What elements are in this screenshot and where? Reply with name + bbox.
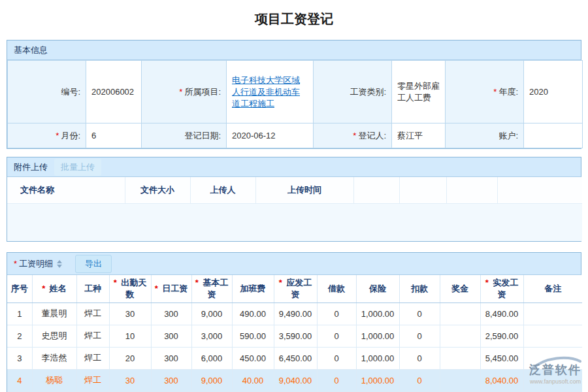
wage-cell: 1,000.00 <box>356 347 399 369</box>
wage-cell: 30 <box>109 369 151 391</box>
wage-cell <box>440 302 480 325</box>
attachments-header: 附件上传 批量上传 <box>7 157 581 177</box>
wage-cell: 40.00 <box>232 369 274 391</box>
wage-table: 序号* 姓名工种* 出勤天数* 日工资* 基本工资加班费* 应发工资借款保险扣款… <box>7 275 582 392</box>
field-account-label: 账户: <box>446 123 524 148</box>
attach-col-4: 上传时间 <box>255 177 353 203</box>
wage-cell: 0 <box>317 369 356 391</box>
required-mark: * <box>179 87 182 97</box>
attach-col-empty-8 <box>497 177 582 203</box>
wage-cell: 0 <box>399 347 440 369</box>
wage-detail-section: * 工资明细 导出 序号* 姓名工种* 出勤天数* 日工资* 基本工资加班费* … <box>7 252 581 392</box>
basic-info-header: 基本信息 <box>7 41 581 60</box>
attach-col-2: 文件大小 <box>125 177 190 203</box>
field-reg-date-label: 登记日期: <box>142 123 227 148</box>
field-project-value: 电子科技大学区域人行道及非机动车道工程施工 <box>227 61 314 123</box>
field-registrar-value: 蔡江平 <box>392 123 446 148</box>
wage-cell: 0 <box>399 325 440 347</box>
wage-col-2: * 姓名 <box>32 275 76 302</box>
attach-empty-area <box>7 203 582 241</box>
attachments-title: 附件上传 <box>14 161 48 173</box>
wage-col-6: * 基本工资 <box>191 275 232 302</box>
wage-cell: 焊工 <box>76 325 109 347</box>
wage-col-4: * 出勤天数 <box>109 275 151 302</box>
wage-cell: 史思明 <box>32 325 76 347</box>
wage-header-row: 序号* 姓名工种* 出勤天数* 日工资* 基本工资加班费* 应发工资借款保险扣款… <box>7 275 582 302</box>
wage-cell: 李浩然 <box>32 347 76 369</box>
wage-col-3: 工种 <box>76 275 109 302</box>
project-link[interactable]: 电子科技大学区域人行道及非机动车道工程施工 <box>232 75 300 108</box>
wage-cell: 董晨明 <box>32 302 76 325</box>
required-mark: * <box>14 259 17 269</box>
wage-cell: 6,000 <box>191 347 232 369</box>
wage-cell: 0 <box>317 302 356 325</box>
attach-col-3: 上传人 <box>190 177 255 203</box>
wage-row-1[interactable]: 1董晨明焊工303009,000490.009,490.0001,000.000… <box>7 302 582 325</box>
batch-upload-button[interactable]: 批量上传 <box>54 159 101 176</box>
wage-cell: 3,590.00 <box>274 325 317 347</box>
wage-col-5: * 日工资 <box>151 275 191 302</box>
required-mark: * <box>195 278 201 287</box>
wage-cell: 1,000.00 <box>356 325 399 347</box>
attach-col-empty-6 <box>399 177 446 203</box>
wage-detail-header: * 工资明细 导出 <box>7 253 581 275</box>
wage-cell: 1,000.00 <box>356 369 399 391</box>
attach-empty-row <box>7 203 582 241</box>
attach-col-empty-7 <box>446 177 497 203</box>
field-number-label: 编号: <box>8 61 86 123</box>
sort-icon[interactable] <box>57 260 62 268</box>
required-mark: * <box>42 284 48 293</box>
attachments-section: 附件上传 批量上传 文件名称文件大小上传人上传时间 <box>7 157 581 242</box>
wage-cell: 1 <box>7 302 32 325</box>
wage-cell: 30 <box>109 302 151 325</box>
wage-cell: 10 <box>109 325 151 347</box>
wage-cell: 3,000 <box>191 325 232 347</box>
attachments-table: 文件名称文件大小上传人上传时间 <box>7 177 582 241</box>
wage-table-body: 1董晨明焊工303009,000490.009,490.0001,000.000… <box>7 302 582 391</box>
export-button[interactable]: 导出 <box>75 255 112 273</box>
field-reg-date-value: 2020-06-12 <box>227 123 314 148</box>
wage-col-14: 备注 <box>523 275 582 302</box>
wage-col-11: 扣款 <box>399 275 440 302</box>
wage-cell <box>523 347 582 369</box>
wage-cell: 8,040.00 <box>480 369 523 391</box>
field-account-value <box>524 123 583 148</box>
wage-cell: 焊工 <box>76 369 109 391</box>
wage-cell: 杨聪 <box>32 369 76 391</box>
field-year-label: *年度: <box>446 61 524 123</box>
wage-cell: 2,590.00 <box>480 325 523 347</box>
required-mark: * <box>114 278 120 287</box>
wage-col-10: 保险 <box>356 275 399 302</box>
required-mark: * <box>485 278 491 287</box>
wage-cell: 0 <box>399 302 440 325</box>
field-wage-type-value: 零星外部雇工人工费 <box>392 61 446 123</box>
field-wage-type-label: 工资类别: <box>314 61 392 123</box>
required-mark: * <box>56 131 59 140</box>
page-title: 项目工资登记 <box>0 0 588 28</box>
wage-cell <box>440 325 480 347</box>
field-number-value: 202006002 <box>86 61 142 123</box>
wage-cell <box>440 369 480 391</box>
field-project-label: *所属项目: <box>142 61 227 123</box>
field-month-value: 6 <box>86 123 142 148</box>
page-root: 项目工资登记 基本信息 编号: 202006002 *所属项目: 电子科技大学区… <box>0 0 588 392</box>
wage-cell: 300 <box>151 347 191 369</box>
wage-row-4[interactable]: 4杨聪焊工303009,00040.009,040.0001,000.0008,… <box>7 369 582 391</box>
wage-cell: 9,490.00 <box>274 302 317 325</box>
wage-cell: 300 <box>151 302 191 325</box>
wage-cell: 490.00 <box>232 302 274 325</box>
field-registrar-label: *登记人: <box>314 123 392 148</box>
wage-cell: 焊工 <box>76 347 109 369</box>
basic-info-form: 编号: 202006002 *所属项目: 电子科技大学区域人行道及非机动车道工程… <box>7 60 583 148</box>
wage-cell: 450.00 <box>232 347 274 369</box>
wage-cell: 9,000 <box>191 369 232 391</box>
wage-cell <box>523 369 582 391</box>
wage-cell: 焊工 <box>76 302 109 325</box>
wage-cell: 3 <box>7 347 32 369</box>
wage-row-2[interactable]: 2史思明焊工103003,000590.003,590.0001,000.000… <box>7 325 582 347</box>
wage-cell: 5,450.00 <box>480 347 523 369</box>
basic-info-title: 基本信息 <box>14 44 48 56</box>
wage-row-3[interactable]: 3李浩然焊工203006,000450.006,450.0001,000.000… <box>7 347 582 369</box>
field-year-value: 2020 <box>524 61 583 123</box>
required-mark: * <box>493 87 497 97</box>
